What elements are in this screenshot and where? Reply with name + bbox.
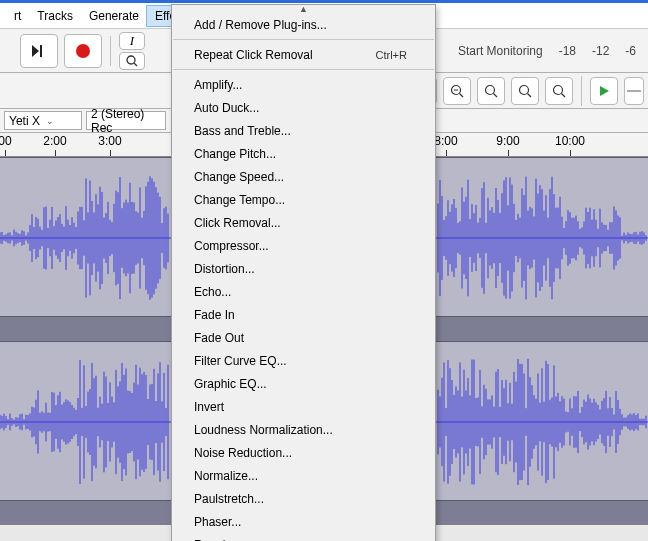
menu-label: Distortion... (194, 262, 255, 276)
menu-label: Graphic EQ... (194, 377, 267, 391)
svg-point-13 (520, 85, 529, 94)
menu-change-pitch[interactable]: Change Pitch... (172, 142, 435, 165)
menu-item-tracks[interactable]: Tracks (29, 6, 81, 26)
ibeam-tool[interactable]: I (119, 32, 145, 50)
menu-label: Fade In (194, 308, 235, 322)
menu-normalize[interactable]: Normalize... (172, 464, 435, 487)
divider (110, 36, 111, 66)
play-at-speed-button[interactable] (590, 77, 618, 105)
menu-label: Amplify... (194, 78, 242, 92)
record-button[interactable] (64, 34, 102, 68)
svg-line-14 (528, 93, 532, 97)
menu-change-tempo[interactable]: Change Tempo... (172, 188, 435, 211)
svg-marker-0 (32, 45, 39, 57)
menu-bass-and-treble[interactable]: Bass and Treble... (172, 119, 435, 142)
zoom-out-button[interactable] (443, 77, 471, 105)
menu-distortion[interactable]: Distortion... (172, 257, 435, 280)
input-device-value: Yeti X (9, 114, 40, 128)
record-icon (76, 44, 90, 58)
menu-echo[interactable]: Echo... (172, 280, 435, 303)
menu-label: Add / Remove Plug-ins... (194, 18, 327, 32)
menu-separator (173, 39, 434, 40)
menu-click-removal[interactable]: Click Removal... (172, 211, 435, 234)
menu-label: Echo... (194, 285, 231, 299)
timeline-label: 3:00 (98, 134, 121, 148)
menu-accelerator: Ctrl+R (376, 49, 407, 61)
menu-item[interactable]: rt (6, 6, 29, 26)
menu-loudness-normalization[interactable]: Loudness Normalization... (172, 418, 435, 441)
menu-label: Compressor... (194, 239, 269, 253)
svg-point-11 (486, 85, 495, 94)
svg-marker-17 (600, 86, 609, 96)
zoom-out-icon (450, 84, 464, 98)
menu-fade-in[interactable]: Fade In (172, 303, 435, 326)
menu-label: Phaser... (194, 515, 241, 529)
scroll-up-icon[interactable]: ▲ (299, 4, 308, 14)
menu-noise-reduction[interactable]: Noise Reduction... (172, 441, 435, 464)
menu-label: Normalize... (194, 469, 258, 483)
timeline-label: 9:00 (496, 134, 519, 148)
menu-label: Change Tempo... (194, 193, 285, 207)
timeline-label: 10:00 (555, 134, 585, 148)
menu-label: Noise Reduction... (194, 446, 292, 460)
zoom-toggle-icon (552, 84, 566, 98)
menu-label: Click Removal... (194, 216, 281, 230)
menu-label: Filter Curve EQ... (194, 354, 287, 368)
divider (581, 76, 582, 106)
svg-point-2 (127, 56, 135, 64)
menu-repeat-last[interactable]: Repeat Click Removal Ctrl+R (172, 43, 435, 66)
menu-label: Fade Out (194, 331, 244, 345)
menu-label: Repeat Click Removal (194, 48, 313, 62)
timeline-label: 2:00 (43, 134, 66, 148)
menu-label: Change Speed... (194, 170, 284, 184)
svg-line-9 (460, 93, 464, 97)
effect-menu-dropdown: ▲ Add / Remove Plug-ins... Repeat Click … (171, 4, 436, 541)
fit-project-button[interactable] (511, 77, 539, 105)
menu-invert[interactable]: Invert (172, 395, 435, 418)
channels-combo[interactable]: 2 (Stereo) Rec (86, 111, 166, 130)
meter-mark: -12 (592, 44, 609, 58)
menu-graphic-eq[interactable]: Graphic EQ... (172, 372, 435, 395)
zoom-toggle-button[interactable] (545, 77, 573, 105)
menu-label: Loudness Normalization... (194, 423, 333, 437)
speed-slider[interactable] (624, 77, 644, 105)
channels-value: 2 (Stereo) Rec (91, 107, 161, 135)
menu-label: Invert (194, 400, 224, 414)
menu-label: Bass and Treble... (194, 124, 291, 138)
play-icon (598, 85, 610, 97)
svg-line-3 (134, 63, 137, 66)
menu-separator (173, 69, 434, 70)
fit-selection-icon (484, 84, 498, 98)
menu-phaser[interactable]: Phaser... (172, 510, 435, 533)
meter-mark: -6 (625, 44, 636, 58)
menu-label: Paulstretch... (194, 492, 264, 506)
input-device-combo[interactable]: Yeti X ⌄ (4, 111, 82, 130)
menu-amplify[interactable]: Amplify... (172, 73, 435, 96)
fit-project-icon (518, 84, 532, 98)
chevron-down-icon: ⌄ (46, 116, 54, 126)
menu-add-remove-plugins[interactable]: Add / Remove Plug-ins... (172, 13, 435, 36)
menu-label: Change Pitch... (194, 147, 276, 161)
svg-line-16 (562, 93, 566, 97)
menu-label: Repair (194, 538, 229, 542)
menu-change-speed[interactable]: Change Speed... (172, 165, 435, 188)
menu-item-generate[interactable]: Generate (81, 6, 147, 26)
menu-compressor[interactable]: Compressor... (172, 234, 435, 257)
svg-rect-1 (40, 45, 42, 57)
zoom-tool[interactable] (119, 52, 145, 70)
timeline-label: 00 (0, 134, 12, 148)
timeline-label: 8:00 (434, 134, 457, 148)
svg-point-15 (554, 85, 563, 94)
menu-filter-curve-eq[interactable]: Filter Curve EQ... (172, 349, 435, 372)
menu-paulstretch[interactable]: Paulstretch... (172, 487, 435, 510)
monitor-label: Start Monitoring (458, 44, 543, 58)
menu-auto-duck[interactable]: Auto Duck... (172, 96, 435, 119)
skip-end-button[interactable] (20, 34, 58, 68)
meter-mark: -18 (559, 44, 576, 58)
skip-end-icon (31, 44, 47, 58)
svg-line-12 (494, 93, 498, 97)
slider-icon (627, 87, 641, 95)
menu-fade-out[interactable]: Fade Out (172, 326, 435, 349)
fit-selection-button[interactable] (477, 77, 505, 105)
menu-repair[interactable]: Repair (172, 533, 435, 541)
